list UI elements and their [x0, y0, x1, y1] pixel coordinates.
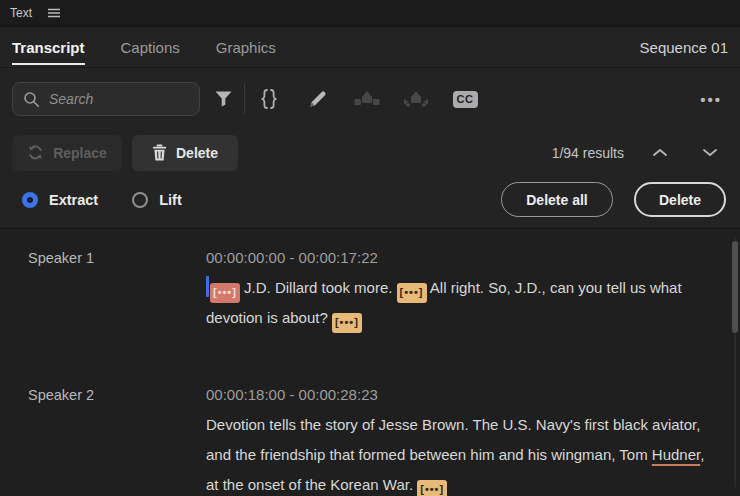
- speaker-label[interactable]: Speaker 2: [16, 380, 206, 496]
- segment-timecode: 00:00:00:00 - 00:00:17:22: [206, 243, 714, 273]
- chevron-down-icon: [702, 148, 718, 157]
- ellipsis-pause-badge[interactable]: [•••]: [397, 283, 427, 303]
- segment-body: 00:00:00:00 - 00:00:17:22[•••] J.D. Dill…: [206, 243, 714, 333]
- toolbar-icon-group: CC: [254, 84, 480, 114]
- speaker-label[interactable]: Speaker 1: [16, 243, 206, 333]
- chevron-up-icon: [652, 148, 668, 157]
- panel-title: Text: [10, 6, 32, 20]
- replace-refresh-icon: [27, 144, 44, 161]
- tab-transcript[interactable]: Transcript: [12, 27, 85, 68]
- transcript-row[interactable]: Speaker 200:00:18:00 - 00:00:28:23Devoti…: [0, 380, 740, 496]
- transcript-text: J.D. Dillard took more.: [240, 279, 397, 296]
- radio-extract-label: Extract: [49, 192, 98, 208]
- search-input[interactable]: [49, 91, 169, 107]
- text-cursor: [206, 276, 209, 297]
- show-pauses-button[interactable]: [254, 84, 284, 114]
- edit-pencil-icon: [308, 89, 328, 109]
- sequence-name: Sequence 01: [640, 39, 728, 56]
- panel-menu-icon[interactable]: [48, 8, 61, 18]
- tab-captions-label: Captions: [121, 39, 180, 56]
- replace-button[interactable]: Replace: [12, 135, 122, 171]
- panel-header: Text: [0, 0, 740, 27]
- replace-button-label: Replace: [53, 145, 107, 161]
- transcript-row[interactable]: Speaker 100:00:00:00 - 00:00:17:22[•••] …: [0, 243, 740, 333]
- results-count: 1/94 results: [552, 145, 624, 161]
- filter-icon: [214, 90, 233, 108]
- radio-lift-label: Lift: [159, 192, 182, 208]
- next-result-button[interactable]: [696, 139, 724, 167]
- tab-captions[interactable]: Captions: [121, 27, 180, 68]
- previous-result-button[interactable]: [646, 139, 674, 167]
- more-options-icon: •••: [700, 91, 722, 108]
- more-options-button[interactable]: •••: [700, 91, 728, 108]
- delete-result-button[interactable]: Delete: [132, 135, 238, 171]
- tab-graphics[interactable]: Graphics: [216, 27, 276, 68]
- caption-segment-merge-icon: [403, 91, 429, 108]
- caption-segment-icon: [354, 91, 380, 108]
- transcript-toolbar: CC •••: [0, 68, 740, 130]
- tab-graphics-label: Graphics: [216, 39, 276, 56]
- delete-button-label: Delete: [176, 145, 218, 161]
- ellipsis-pause-badge[interactable]: [•••]: [210, 283, 240, 303]
- create-captions-button[interactable]: CC: [450, 84, 480, 114]
- transcript-list: Speaker 100:00:00:00 - 00:00:17:22[•••] …: [0, 228, 740, 496]
- segment-body: 00:00:18:00 - 00:00:28:23Devotion tells …: [206, 380, 714, 496]
- create-caption-segment-button[interactable]: [352, 84, 382, 114]
- toolbar-divider: [244, 84, 245, 114]
- tab-bar: Transcript Captions Graphics Sequence 01: [0, 27, 740, 68]
- radio-lift[interactable]: Lift: [132, 192, 182, 208]
- ellipsis-pause-badge[interactable]: [•••]: [332, 313, 362, 333]
- transcript-text: Devotion tells the story of Jesse Brown.…: [206, 416, 700, 463]
- search-action-row: Replace Delete 1/94 results: [0, 130, 740, 175]
- scrollbar-thumb[interactable]: [732, 241, 738, 333]
- closed-captions-icon: CC: [453, 91, 478, 108]
- radio-extract-icon[interactable]: [22, 192, 38, 208]
- delete-selected-button[interactable]: Delete: [634, 182, 726, 217]
- merge-caption-segment-button[interactable]: [401, 84, 431, 114]
- flagged-word: Hudner: [652, 446, 700, 463]
- search-box[interactable]: [12, 82, 200, 116]
- trash-icon: [152, 144, 167, 161]
- edit-transcript-button[interactable]: [303, 84, 333, 114]
- radio-extract[interactable]: Extract: [22, 192, 98, 208]
- delete-all-button[interactable]: Delete all: [501, 182, 613, 217]
- ellipsis-pause-badge[interactable]: [•••]: [417, 480, 447, 496]
- segment-text[interactable]: Devotion tells the story of Jesse Brown.…: [206, 410, 714, 496]
- text-panel: Text Transcript Captions Graphics Sequen…: [0, 0, 740, 496]
- pause-braces-icon: [259, 88, 279, 110]
- search-icon: [23, 91, 40, 108]
- segment-timecode: 00:00:18:00 - 00:00:28:23: [206, 380, 714, 410]
- filter-button[interactable]: [208, 84, 238, 114]
- radio-lift-icon[interactable]: [132, 192, 148, 208]
- segment-text[interactable]: [•••] J.D. Dillard took more. [•••] All …: [206, 273, 714, 333]
- tab-transcript-label: Transcript: [12, 39, 85, 56]
- edit-mode-row: Extract Lift Delete all Delete: [0, 175, 740, 228]
